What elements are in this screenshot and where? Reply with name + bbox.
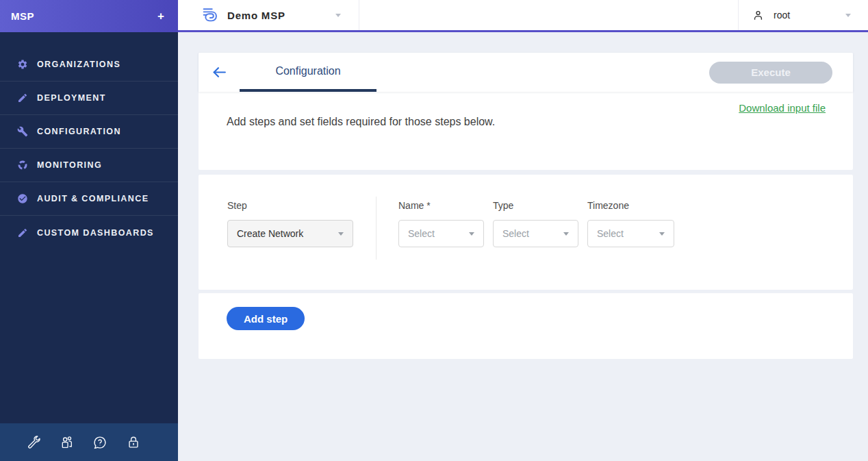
step-card: Step Create Network Name * Select Type S… bbox=[199, 175, 853, 290]
pencil-icon bbox=[17, 92, 28, 103]
sidebar-item-label: CUSTOM DASHBOARDS bbox=[37, 228, 154, 238]
chevron-down-icon bbox=[469, 232, 474, 236]
execute-button[interactable]: Execute bbox=[709, 62, 832, 84]
sidebar-item-label: ORGANIZATIONS bbox=[37, 60, 120, 69]
timezone-label: Timezone bbox=[587, 200, 674, 211]
name-select[interactable]: Select bbox=[398, 220, 484, 247]
sidebar-item-custom-dashboards[interactable]: CUSTOM DASHBOARDS bbox=[0, 216, 178, 249]
sidebar-item-organizations[interactable]: ORGANIZATIONS bbox=[0, 48, 178, 82]
steps-description: Add steps and set fields required for th… bbox=[227, 116, 826, 128]
add-step-button[interactable]: Add step bbox=[227, 307, 305, 330]
chevron-down-icon bbox=[659, 232, 665, 236]
tab-label: Configuration bbox=[275, 65, 340, 77]
timezone-select[interactable]: Select bbox=[587, 220, 674, 247]
type-select[interactable]: Select bbox=[493, 220, 578, 247]
sidebar-nav: ORGANIZATIONS DEPLOYMENT CONFIGURATION M… bbox=[0, 32, 178, 249]
wrench-icon[interactable] bbox=[25, 435, 40, 450]
sidebar-header: MSP + bbox=[0, 0, 178, 32]
monitoring-ring-icon bbox=[17, 160, 28, 171]
timezone-field: Timezone Select bbox=[587, 200, 674, 290]
sidebar-item-monitoring[interactable]: MONITORING bbox=[0, 149, 178, 182]
back-button[interactable] bbox=[199, 53, 240, 92]
check-circle-icon bbox=[17, 193, 28, 204]
sidebar-item-label: DEPLOYMENT bbox=[37, 93, 106, 103]
sidebar-item-label: CONFIGURATION bbox=[37, 127, 121, 136]
user-menu[interactable]: root bbox=[738, 0, 868, 30]
app-logo-icon bbox=[201, 6, 218, 24]
tab-configuration[interactable]: Configuration bbox=[240, 53, 376, 92]
vertical-divider bbox=[376, 197, 376, 260]
user-name: root bbox=[774, 10, 790, 21]
help-icon[interactable] bbox=[92, 435, 107, 450]
sidebar-footer bbox=[0, 423, 178, 461]
add-icon[interactable]: + bbox=[157, 10, 164, 22]
gear-icon bbox=[17, 59, 28, 70]
arrow-left-icon bbox=[211, 64, 228, 81]
card-header: Configuration Execute bbox=[199, 53, 853, 92]
topbar: Demo MSP root bbox=[178, 0, 868, 32]
sidebar-item-audit-compliance[interactable]: AUDIT & COMPLIANCE bbox=[0, 182, 178, 216]
lock-icon[interactable] bbox=[126, 435, 141, 450]
users-icon[interactable] bbox=[59, 435, 74, 450]
name-label: Name * bbox=[398, 200, 484, 211]
chevron-down-icon bbox=[335, 14, 341, 17]
sidebar: MSP + ORGANIZATIONS DEPLOYMENT CONFIGURA… bbox=[0, 0, 178, 461]
chevron-down-icon bbox=[338, 232, 344, 236]
chevron-down-icon bbox=[845, 14, 851, 17]
step-select[interactable]: Create Network bbox=[227, 220, 353, 247]
pencil-icon bbox=[17, 227, 28, 238]
main-content: Configuration Execute Download input fil… bbox=[178, 34, 868, 461]
timezone-select-placeholder: Select bbox=[597, 228, 624, 239]
sidebar-item-label: MONITORING bbox=[37, 160, 102, 170]
brand-msp: MSP bbox=[11, 10, 34, 22]
step-field: Step Create Network bbox=[227, 200, 353, 290]
step-select-value: Create Network bbox=[237, 228, 303, 239]
name-field: Name * Select bbox=[398, 200, 484, 290]
download-input-file-link[interactable]: Download input file bbox=[739, 102, 826, 114]
actions-card: Add step bbox=[199, 293, 853, 359]
sidebar-item-label: AUDIT & COMPLIANCE bbox=[37, 194, 149, 203]
sidebar-item-configuration[interactable]: CONFIGURATION bbox=[0, 115, 178, 149]
chevron-down-icon bbox=[563, 232, 569, 236]
card-body: Download input file Add steps and set fi… bbox=[199, 92, 853, 128]
org-switcher[interactable]: Demo MSP bbox=[178, 0, 359, 30]
name-select-placeholder: Select bbox=[408, 228, 435, 239]
user-icon bbox=[752, 9, 765, 22]
type-field: Type Select bbox=[493, 200, 578, 290]
step-label: Step bbox=[227, 200, 353, 211]
sidebar-item-deployment[interactable]: DEPLOYMENT bbox=[0, 82, 178, 115]
configuration-card: Configuration Execute Download input fil… bbox=[199, 53, 853, 170]
type-label: Type bbox=[493, 200, 578, 211]
wrench-icon bbox=[17, 126, 28, 137]
type-select-placeholder: Select bbox=[502, 228, 529, 239]
org-name: Demo MSP bbox=[227, 10, 285, 21]
